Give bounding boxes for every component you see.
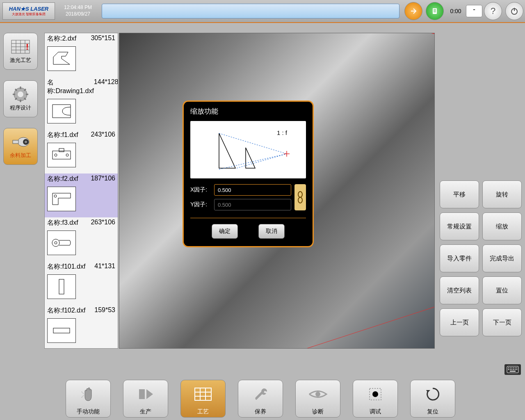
document-icon	[431, 7, 439, 15]
sidebar-remnant-process[interactable]: 余料加工	[3, 128, 38, 165]
svg-rect-46	[510, 368, 511, 368]
file-item[interactable]: 名称:f101.dxf41*131	[45, 261, 118, 305]
divider	[190, 218, 306, 218]
file-dim: 263*106	[91, 219, 115, 227]
file-thumb	[47, 99, 76, 123]
file-item[interactable]: 名称:2.dxf305*151	[45, 33, 118, 77]
svg-rect-51	[508, 369, 509, 370]
y-factor-label: Y因子:	[190, 201, 214, 208]
datetime: 12:04:48 PM 2018/09/27	[57, 5, 98, 17]
time-text: 12:04:48 PM	[57, 5, 98, 11]
svg-rect-54	[513, 369, 514, 370]
file-item-selected[interactable]: 名称:f2.dxf187*106	[45, 173, 118, 217]
pan-button[interactable]: 平移	[440, 180, 479, 208]
sidebar-label: 余料加工	[10, 152, 31, 159]
sidebar-laser-tech[interactable]: ! 激光工艺	[3, 33, 38, 70]
file-thumb	[47, 46, 76, 71]
svg-rect-57	[510, 371, 516, 372]
overlay-line	[283, 33, 434, 34]
next-page-button[interactable]: 下一页	[482, 308, 522, 336]
progress-bar	[102, 4, 399, 18]
date-text: 2018/09/27	[57, 11, 98, 18]
nav-maintenance[interactable]: 保养	[238, 380, 283, 418]
ok-button[interactable]: 确定	[212, 224, 238, 239]
file-item[interactable]: 名称:f102.dxf159*53	[45, 305, 118, 349]
document-button[interactable]	[426, 2, 444, 20]
cancel-button[interactable]: 取消	[258, 224, 285, 239]
svg-rect-48	[513, 368, 514, 368]
set-position-button[interactable]: 置位	[482, 276, 522, 304]
x-factor-label: X因子:	[190, 186, 214, 194]
arrow-right-icon	[409, 7, 418, 15]
nav-label: 工艺	[197, 408, 209, 415]
record-icon	[366, 380, 384, 408]
finish-export-button[interactable]: 完成导出	[482, 244, 522, 272]
svg-rect-36	[53, 328, 70, 333]
scale-modal: 缩放功能 1 : f X因子: Y因子: 确定	[183, 100, 314, 247]
gear-icon	[10, 86, 31, 103]
svg-rect-56	[516, 369, 517, 370]
x-factor-input[interactable]	[214, 184, 291, 196]
file-name: 名称:f102.dxf	[47, 306, 85, 315]
file-dim: 243*106	[91, 131, 115, 139]
minus-button[interactable]: -	[466, 5, 482, 17]
scale-button[interactable]: 缩放	[482, 212, 522, 240]
svg-rect-52	[510, 369, 511, 370]
file-name: 名称:Drawing1.dxf	[47, 78, 94, 96]
general-settings-button[interactable]: 常规设置	[440, 212, 479, 240]
file-thumb	[47, 318, 76, 343]
svg-rect-50	[516, 368, 517, 368]
eye-icon	[308, 380, 328, 408]
scale-diagram: 1 : f	[190, 121, 306, 178]
svg-rect-31	[59, 148, 64, 152]
rotate-button[interactable]: 旋转	[482, 180, 522, 208]
svg-point-43	[298, 197, 302, 203]
logo-main: HAN★S LASER	[9, 6, 49, 12]
overlay-line	[239, 307, 434, 349]
link-xy-button[interactable]	[294, 184, 306, 210]
file-list[interactable]: 名称:2.dxf305*151 名称:Drawing1.dxf144*128 名…	[44, 33, 118, 349]
file-item[interactable]: 名称:f1.dxf243*106	[45, 130, 118, 173]
right-panel: 平移 旋转 常规设置 缩放 导入零件 完成导出 清空列表 置位 上一页 下一页	[440, 180, 522, 336]
keyboard-button[interactable]	[504, 364, 521, 375]
power-button[interactable]	[505, 2, 523, 20]
import-part-button[interactable]: 导入零件	[440, 244, 479, 272]
svg-point-33	[52, 239, 59, 247]
file-thumb	[47, 231, 76, 255]
nav-diagnosis[interactable]: 诊断	[295, 380, 340, 418]
svg-rect-53	[511, 369, 512, 370]
sidebar-left: ! 激光工艺 程序设计 余料加工	[3, 33, 40, 176]
file-dim: 159*53	[94, 306, 115, 315]
power-icon	[510, 7, 518, 15]
wrench-icon	[251, 380, 269, 408]
svg-rect-49	[515, 368, 516, 368]
sidebar-program-design[interactable]: 程序设计	[3, 80, 38, 117]
sidebar-label: 程序设计	[10, 104, 31, 112]
file-name: 名称:f101.dxf	[47, 262, 85, 271]
prev-page-button[interactable]: 上一页	[440, 308, 479, 336]
file-dim: 144*128	[94, 78, 118, 96]
svg-point-66	[315, 392, 320, 397]
nav-manual[interactable]: 手动功能	[66, 380, 111, 418]
y-factor-input[interactable]	[214, 199, 291, 210]
nav-reset[interactable]: 复位	[410, 380, 455, 418]
nav-production[interactable]: 生产	[123, 380, 168, 418]
nav-label: 复位	[427, 408, 438, 415]
clear-list-button[interactable]: 清空列表	[440, 276, 479, 304]
link-icon	[297, 191, 303, 203]
file-item[interactable]: 名称:f3.dxf263*106	[45, 217, 118, 261]
svg-rect-27	[13, 140, 18, 144]
logo: HAN★S LASER 大族激光 智能装备集团	[2, 2, 55, 20]
svg-line-39	[237, 154, 287, 168]
next-arrow-button[interactable]	[404, 2, 422, 20]
nav-technology[interactable]: 工艺	[180, 380, 226, 418]
nav-debug[interactable]: 调试	[353, 380, 398, 418]
help-button[interactable]: ?	[484, 2, 502, 20]
file-item[interactable]: 名称:Drawing1.dxf144*128	[45, 77, 118, 130]
file-name: 名称:f1.dxf	[47, 131, 78, 139]
svg-rect-55	[515, 369, 516, 370]
svg-rect-45	[508, 368, 509, 368]
file-name: 名称:f2.dxf	[47, 175, 78, 183]
file-name: 名称:f3.dxf	[47, 219, 78, 227]
svg-line-37	[219, 133, 287, 154]
